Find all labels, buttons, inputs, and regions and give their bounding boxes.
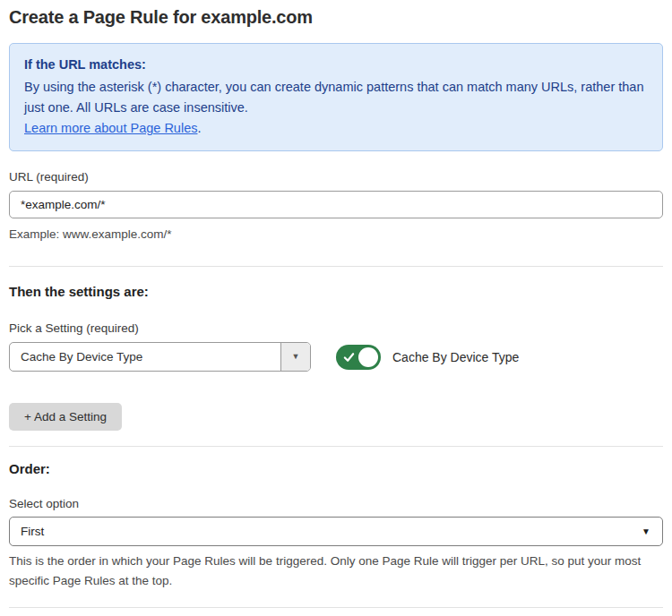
setting-dropdown-value: Cache By Device Type	[10, 343, 280, 371]
setting-row: Cache By Device Type ▼ Cache By Device T…	[9, 342, 663, 372]
page-title: Create a Page Rule for example.com	[9, 7, 663, 28]
url-input[interactable]	[9, 191, 663, 218]
divider	[9, 446, 663, 447]
chevron-down-icon: ▼	[292, 353, 300, 361]
order-select[interactable]: First ▼	[9, 517, 663, 546]
setting-dropdown[interactable]: Cache By Device Type ▼	[9, 342, 311, 372]
link-suffix: .	[197, 121, 201, 135]
select-option-label: Select option	[9, 497, 663, 510]
pick-setting-label: Pick a Setting (required)	[9, 321, 663, 335]
cache-by-device-type-toggle[interactable]	[336, 345, 381, 370]
info-box-heading: If the URL matches:	[24, 55, 648, 75]
caret-down-icon: ▼	[642, 527, 650, 536]
order-help-text: This is the order in which your Page Rul…	[9, 552, 663, 591]
learn-more-link[interactable]: Learn more about Page Rules	[24, 121, 197, 135]
add-setting-button[interactable]: + Add a Setting	[9, 403, 122, 431]
order-section-heading: Order:	[9, 461, 663, 476]
order-select-value: First	[10, 518, 662, 545]
page-rule-form: Create a Page Rule for example.com If th…	[0, 7, 672, 616]
url-example-text: Example: www.example.com/*	[9, 225, 663, 244]
url-match-info-box: If the URL matches: By using the asteris…	[9, 43, 663, 151]
info-box-link-line: Learn more about Page Rules.	[24, 118, 648, 139]
divider	[9, 607, 663, 608]
check-icon	[343, 351, 355, 363]
divider	[9, 266, 663, 267]
url-field-label: URL (required)	[9, 170, 663, 184]
toggle-label: Cache By Device Type	[392, 350, 519, 364]
setting-dropdown-arrow-button[interactable]: ▼	[280, 343, 310, 371]
info-box-body: By using the asterisk (*) character, you…	[24, 77, 648, 118]
toggle-knob	[358, 347, 378, 367]
settings-section-heading: Then the settings are:	[9, 284, 663, 299]
